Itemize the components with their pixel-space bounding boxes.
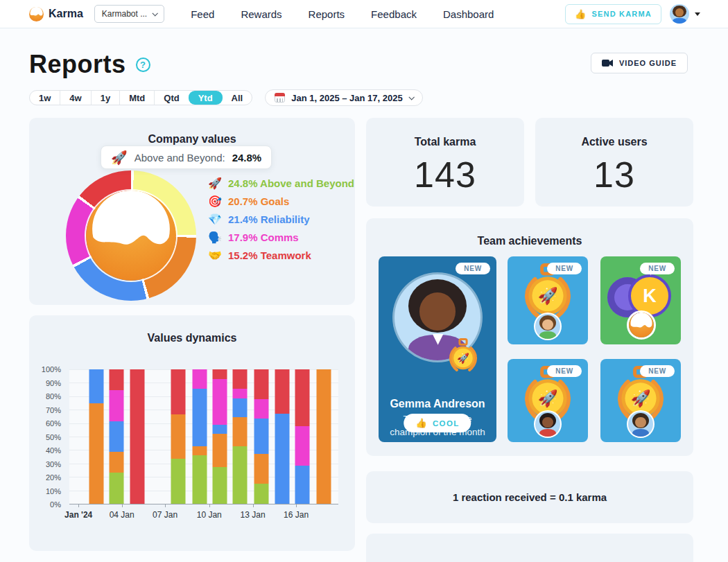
total-karma-value: 143	[366, 154, 524, 195]
karma-logo-coin	[627, 310, 656, 340]
stacked-bar[interactable]	[295, 369, 309, 504]
axis-tick	[253, 504, 254, 507]
range-qtd[interactable]: Qtd	[154, 91, 188, 105]
bar-segment-red	[254, 369, 269, 399]
bar-segment-orange	[254, 454, 269, 484]
y-axis-label: 50%	[46, 433, 61, 441]
company-values-title: Company values	[29, 133, 355, 146]
thumbs-up-icon: 👍	[415, 418, 427, 428]
bar-segment-green	[233, 446, 248, 504]
calendar-icon	[275, 93, 285, 103]
achievement-badge-medal[interactable]: NEW	[508, 359, 588, 442]
bar-segment-green	[171, 459, 186, 504]
range-mtd[interactable]: Mtd	[119, 91, 154, 105]
nav-item-feed[interactable]: Feed	[191, 8, 214, 20]
bar-segment-magenta	[233, 389, 248, 398]
bar-segment-red	[109, 369, 123, 390]
cool-label: COOL	[433, 419, 460, 428]
stacked-bar[interactable]	[233, 369, 248, 504]
stacked-bar[interactable]	[130, 369, 144, 504]
bar-segment-red	[233, 369, 248, 389]
legend-label: 17.9% Comms	[228, 231, 299, 243]
date-range-picker[interactable]: Jan 1, 2025 – Jan 17, 2025	[265, 89, 422, 106]
stacked-bar[interactable]	[254, 369, 269, 504]
send-karma-button[interactable]: 👍 SEND KARMA	[565, 4, 661, 24]
time-range-segmented-control: 1w 4w 1y Mtd Qtd Ytd All	[29, 90, 252, 105]
champion-name: Gemma Andreson	[379, 398, 496, 410]
nav-item-dashboard[interactable]: Dashboard	[443, 8, 494, 20]
achievement-badge-medal[interactable]: NEW	[508, 256, 588, 344]
values-dynamics-plot	[69, 369, 338, 504]
new-badge: NEW	[547, 263, 582, 274]
bar-segment-blue	[233, 398, 248, 417]
axis-tick	[296, 504, 297, 507]
reaction-note: 1 reaction received = 0.1 karma	[453, 491, 607, 503]
workspace-selector[interactable]: Karmabot ...	[94, 5, 164, 23]
nav-item-reports[interactable]: Reports	[309, 8, 345, 20]
bar-segment-blue	[213, 425, 227, 434]
stacked-bar[interactable]	[316, 369, 331, 504]
legend-label: 21.4% Reliability	[228, 213, 310, 225]
karma-coin-icon: K	[628, 274, 671, 317]
user-menu[interactable]	[670, 4, 700, 24]
video-guide-button[interactable]: VIDEO GUIDE	[591, 53, 688, 73]
karma-logo[interactable]: Karma	[29, 7, 83, 21]
stacked-bar[interactable]	[275, 369, 289, 504]
user-avatar	[670, 4, 689, 24]
bar-segment-orange	[233, 417, 248, 446]
range-4w[interactable]: 4w	[60, 91, 90, 105]
badge-avatar	[628, 412, 653, 437]
values-dynamics-xlabels: Jan '2404 Jan07 Jan10 Jan13 Jan16 Jan	[69, 510, 338, 523]
gem-icon: 💎	[208, 213, 222, 226]
partial-card	[366, 534, 693, 562]
y-axis-label: 20%	[46, 473, 61, 482]
legend-item-goals: 🎯 20.7% Goals	[208, 195, 354, 207]
stacked-bar[interactable]	[213, 369, 227, 504]
champion-card: NEW Gemma Andreson Teamwork Value champi…	[379, 256, 496, 442]
values-dynamics-ylabels: 100%90%80%70%60%50%40%30%20%10%0%	[33, 369, 65, 504]
page-title: Reports	[29, 50, 126, 79]
achievement-badge-medal[interactable]: NEW	[600, 359, 681, 442]
team-achievements-title: Team achievements	[366, 235, 693, 247]
bar-segment-orange	[213, 434, 227, 467]
company-values-donut[interactable]	[66, 170, 196, 301]
stacked-bar[interactable]	[89, 369, 103, 504]
x-axis-label: 04 Jan	[110, 510, 135, 520]
caret-down-icon	[695, 12, 700, 16]
axis-tick	[165, 504, 166, 507]
stacked-bar[interactable]	[109, 369, 123, 504]
bar-segment-red	[171, 369, 186, 414]
x-axis-label: Jan '24	[64, 510, 92, 520]
achievement-badge-karma-coin[interactable]: NEW K ✦	[600, 256, 681, 344]
bar-segment-red	[275, 369, 289, 414]
badge-avatar	[535, 314, 560, 339]
stacked-bar[interactable]	[171, 369, 186, 504]
brand-name: Karma	[49, 8, 83, 20]
medal-icon	[445, 338, 481, 377]
send-karma-label: SEND KARMA	[591, 10, 652, 18]
total-karma-card: Total karma 143	[366, 118, 524, 207]
legend-item-comms: 🗣️ 17.9% Comms	[208, 231, 354, 243]
range-1w[interactable]: 1w	[30, 91, 60, 105]
video-camera-icon	[602, 59, 613, 67]
bar-segment-blue	[275, 414, 289, 504]
cool-button[interactable]: 👍 COOL	[404, 414, 471, 432]
target-icon: 🎯	[208, 195, 222, 208]
range-all[interactable]: All	[223, 91, 252, 105]
karma-logo-icon	[29, 7, 44, 21]
range-ytd-selected[interactable]: Ytd	[189, 91, 223, 105]
sparkle-icon: ✦	[646, 266, 655, 279]
values-dynamics-card: Values dynamics 100%90%80%70%60%50%40%30…	[29, 315, 355, 551]
bar-segment-blue	[193, 389, 207, 446]
nav-item-rewards[interactable]: Rewards	[241, 8, 281, 20]
range-1y[interactable]: 1y	[91, 91, 119, 105]
y-axis-label: 70%	[46, 406, 61, 414]
x-axis-label: 10 Jan	[197, 510, 222, 520]
stacked-bar[interactable]	[193, 369, 207, 504]
bar-segment-green	[109, 473, 123, 504]
legend-item-above-and-beyond: 🚀 24.8% Above and Beyond	[208, 177, 354, 189]
legend-item-teamwork: 🤝 15.2% Teamwork	[208, 249, 354, 261]
nav-item-feedback[interactable]: Feedback	[371, 8, 417, 20]
bar-segment-blue	[254, 419, 269, 454]
help-icon[interactable]: ?	[136, 58, 150, 72]
